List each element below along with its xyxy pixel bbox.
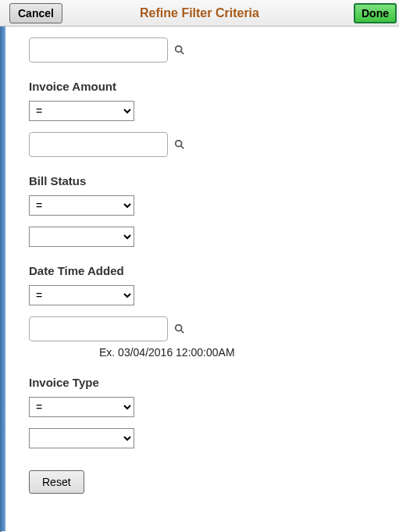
invoice-type-operator-select[interactable]: =	[29, 397, 134, 417]
search-icon[interactable]	[174, 44, 185, 56]
cancel-button[interactable]: Cancel	[9, 3, 62, 23]
svg-point-2	[176, 141, 182, 147]
done-button[interactable]: Done	[354, 3, 397, 23]
prior-field-input[interactable]	[34, 43, 174, 57]
bill-status-operator-select[interactable]: =	[29, 195, 134, 216]
search-icon[interactable]	[174, 323, 185, 335]
svg-line-3	[181, 146, 184, 149]
svg-line-5	[181, 330, 184, 334]
prior-field-lookup-row	[29, 37, 168, 62]
reset-button[interactable]: Reset	[29, 470, 84, 494]
date-time-added-example-text: Ex. 03/04/2016 12:00:00AM	[99, 346, 378, 359]
invoice-type-value-select[interactable]	[29, 428, 134, 448]
date-time-added-input[interactable]	[34, 322, 174, 336]
invoice-amount-operator-select[interactable]: =	[29, 101, 134, 121]
svg-line-1	[181, 52, 184, 55]
svg-point-4	[176, 325, 182, 331]
bill-status-label: Bill Status	[29, 174, 378, 187]
invoice-amount-input[interactable]	[34, 137, 174, 152]
date-time-added-operator-select[interactable]: =	[29, 285, 134, 305]
invoice-type-label: Invoice Type	[29, 376, 378, 389]
invoice-amount-lookup-row	[29, 132, 168, 157]
bill-status-value-select[interactable]	[29, 227, 134, 247]
svg-point-0	[176, 46, 182, 52]
search-icon[interactable]	[174, 138, 185, 151]
dialog-header: Cancel Refine Filter Criteria Done	[1, 1, 399, 27]
invoice-amount-label: Invoice Amount	[29, 80, 378, 93]
date-time-added-lookup-row	[29, 316, 168, 341]
filter-scroll-area[interactable]: Invoice Amount = Bill Status = Date Time…	[5, 27, 394, 531]
date-time-added-label: Date Time Added	[29, 264, 378, 277]
